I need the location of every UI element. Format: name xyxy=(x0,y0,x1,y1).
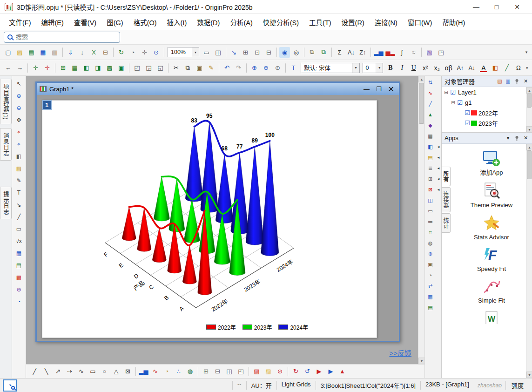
zoom-out-tool-icon[interactable]: ⊖ xyxy=(14,103,24,113)
align-layers-icon[interactable]: ◲ xyxy=(143,62,154,73)
draw-tool-icon[interactable]: ✎ xyxy=(14,176,24,186)
theme-gallery-icon[interactable]: ▧ xyxy=(424,47,435,58)
cut-icon[interactable]: ✂ xyxy=(171,62,182,73)
panel-merge-icon[interactable]: ⊟ xyxy=(212,366,223,377)
sort-descending-icon[interactable]: Z↑ xyxy=(357,47,368,58)
scroll-up-icon[interactable]: ▲ xyxy=(526,87,532,94)
peak-analyzer-icon[interactable]: ▲ xyxy=(426,110,435,119)
list-view-icon[interactable]: ≣ xyxy=(426,164,435,172)
redo-icon[interactable]: ↷ xyxy=(233,62,244,73)
expander-icon[interactable]: ⊟ xyxy=(450,100,456,105)
sheet-icon[interactable]: ▤ xyxy=(426,303,435,311)
menu-item[interactable]: 工具(T) xyxy=(304,14,337,30)
layer-props-icon[interactable]: ▣ xyxy=(116,62,127,73)
plot-row-icon[interactable]: ▅▂ xyxy=(385,47,396,58)
snapshot-icon[interactable]: ⊙ xyxy=(151,47,162,58)
close-button[interactable]: ✕ xyxy=(507,0,527,14)
app-item-simple-fit[interactable]: Simple Fit xyxy=(451,273,532,304)
object-manager-scrollbar[interactable]: ▲ ▼ xyxy=(526,87,532,133)
back-icon[interactable]: ← xyxy=(3,62,13,73)
toolbar-icon[interactable] xyxy=(168,63,168,73)
scroll-up-icon[interactable]: ▲ xyxy=(526,144,532,150)
pin-tool-icon[interactable]: ✛ xyxy=(139,47,150,58)
scroll-down-icon[interactable]: ▼ xyxy=(526,126,532,133)
minimize-button[interactable]: — xyxy=(466,0,486,14)
copy-icon[interactable]: ⧉ xyxy=(182,62,193,73)
polygon-tool-icon[interactable]: △ xyxy=(111,366,121,377)
zoom-out-icon[interactable]: ⊖ xyxy=(261,62,271,73)
zoom-combo[interactable]: 100% ▾ xyxy=(168,47,199,57)
apps-category-tab[interactable]: 统计 xyxy=(442,213,451,233)
scatter-chart-icon[interactable]: ∴ xyxy=(173,366,184,377)
superscript-button[interactable]: x² xyxy=(420,62,431,73)
unmask-points-icon[interactable]: ▨ xyxy=(263,366,274,377)
add-plot-icon[interactable]: ✛ xyxy=(30,62,41,73)
checkbox-icon[interactable]: ☑ xyxy=(449,89,457,96)
collapse-left-icon[interactable]: ◂ xyxy=(438,155,440,160)
paste-icon[interactable]: ▣ xyxy=(194,62,205,73)
panel-split-icon[interactable]: ◫ xyxy=(224,366,235,377)
menu-item[interactable]: 快捷分析(S) xyxy=(258,14,304,30)
status-field[interactable]: -- xyxy=(232,381,246,390)
layer-contents-icon[interactable]: ◳ xyxy=(436,47,446,58)
chart-legend[interactable]: 2022年 2023年 2024年 xyxy=(206,323,308,331)
new-layer-ur-icon[interactable]: ▦ xyxy=(69,62,80,73)
collapse-left-icon[interactable]: ◂ xyxy=(438,176,440,181)
mask-points-icon[interactable]: ▨ xyxy=(251,366,262,377)
text-tool-icon[interactable]: T xyxy=(288,62,299,73)
symbol-map-icon[interactable]: Ω xyxy=(513,62,524,73)
extract-layer-icon[interactable]: ⊡ xyxy=(252,47,263,58)
fill-color-icon[interactable]: ◧ xyxy=(490,62,500,73)
pin-icon[interactable] xyxy=(514,135,519,141)
print-icon[interactable]: ▭ xyxy=(201,47,212,58)
fit-layers-icon[interactable]: ◱ xyxy=(155,62,166,73)
column-chart-icon[interactable]: ▂▅ xyxy=(138,366,149,377)
object-manager-row[interactable]: ☑ 2022年 xyxy=(442,108,532,118)
toolbar-icon[interactable] xyxy=(27,63,28,73)
dock-tab[interactable]: 提示日志 xyxy=(0,187,12,219)
toolbar-icon[interactable] xyxy=(288,367,288,376)
tree-item-label[interactable]: Layer1 xyxy=(458,89,477,96)
zoom-in-icon[interactable]: ⊕ xyxy=(249,62,260,73)
colormap-icon[interactable]: ◧ xyxy=(426,142,435,151)
pointer-icon[interactable]: ↖ xyxy=(14,79,24,89)
menu-item[interactable]: 插入(I) xyxy=(162,14,192,30)
pan-tool-icon[interactable]: ✥ xyxy=(14,115,24,125)
app-item-stats-advisor[interactable]: Stats Advisor xyxy=(451,210,532,241)
frame-icon[interactable]: ▭ xyxy=(426,207,435,215)
font-increase-button[interactable]: A↑ xyxy=(455,62,465,73)
forward-icon[interactable]: → xyxy=(14,62,25,73)
checkbox-icon[interactable]: ☑ xyxy=(456,99,464,106)
toolbar-overflow-icon[interactable]: ▾ xyxy=(523,50,530,54)
smooth-icon[interactable]: ≈ xyxy=(408,47,419,58)
region-zoom-icon[interactable]: ◎ xyxy=(291,47,302,58)
toolbar-icon[interactable] xyxy=(113,47,114,57)
save-project-icon[interactable]: ▦ xyxy=(38,47,48,58)
dock-tab[interactable]: 消息日志 xyxy=(0,128,12,161)
checkbox-icon[interactable]: ☑ xyxy=(464,109,471,116)
column-stats-icon[interactable]: Σ xyxy=(334,47,345,58)
toolbar-icon[interactable] xyxy=(219,63,219,73)
matrix-icon[interactable]: ▦ xyxy=(426,132,435,140)
move-plot-icon[interactable]: ▶ xyxy=(314,366,324,377)
angle-unit-field[interactable]: 弧度 xyxy=(505,381,529,390)
tree-item-label[interactable]: 2022年 xyxy=(478,108,498,117)
toolbar-icon[interactable] xyxy=(135,367,136,376)
curve-tool-icon[interactable]: ∿ xyxy=(76,366,87,377)
arrange-layers-icon[interactable]: ◰ xyxy=(132,62,142,73)
rotate-cw-icon[interactable]: ↻ xyxy=(290,366,301,377)
search-box[interactable] xyxy=(4,32,120,43)
duplicate-with-data-icon[interactable]: ⧉ xyxy=(318,47,329,58)
toolbar-icon[interactable] xyxy=(226,47,226,57)
mdi-vertical-scrollbar[interactable]: ▲ ▼ xyxy=(418,76,424,364)
toolbar-icon[interactable] xyxy=(304,47,304,57)
rect-tool-icon[interactable]: ▭ xyxy=(88,366,98,377)
align-icon[interactable]: ≔ xyxy=(426,217,435,226)
om-list-icon[interactable]: ▥ xyxy=(505,78,512,85)
remove-plot-icon[interactable]: ✛ xyxy=(42,62,53,73)
toolbar-icon[interactable] xyxy=(370,47,371,57)
panel-arrange-icon[interactable]: ◰ xyxy=(236,366,246,377)
app-item-theme-preview[interactable]: Theme Preview xyxy=(451,176,532,209)
chevron-down-icon[interactable]: ▾ xyxy=(376,63,383,73)
menu-item[interactable]: 编辑(E) xyxy=(36,14,69,30)
